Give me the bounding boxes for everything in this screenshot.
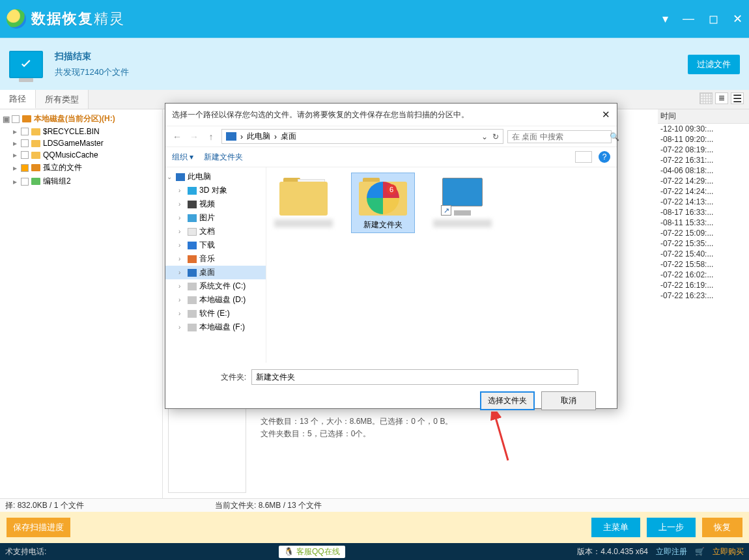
- dialog-tree: ⌄此电脑 ›3D 对象›视频›图片›文档›下载›音乐›桌面›系统文件 (C:)›…: [165, 167, 266, 363]
- dialog-search-box[interactable]: 🔍: [507, 130, 612, 143]
- dlg-tree-item[interactable]: ›软件 (E:): [165, 307, 266, 320]
- folder-field-input[interactable]: [251, 369, 578, 385]
- dialog-toolbar: 组织 ▾ 新建文件夹 ?: [165, 147, 617, 167]
- tab-all-types[interactable]: 所有类型: [36, 90, 89, 109]
- dlg-tree-item[interactable]: ›3D 对象: [165, 184, 266, 197]
- time-row[interactable]: -07-22 14:24:...: [658, 186, 749, 197]
- footer: 术支持电话: 🐧客服QQ在线 版本：4.4.0.435 x64 立即注册 🛒 立…: [0, 543, 749, 560]
- time-row[interactable]: -07-22 08:19:...: [658, 145, 749, 155]
- times-header: 时间: [658, 109, 749, 124]
- tree-item[interactable]: ▸QQMusicCache: [0, 149, 162, 161]
- status-bar-info: 择: 832.0KB / 1 个文件 当前文件夹: 8.6MB / 13 个文件: [0, 498, 749, 512]
- scan-complete-icon: [9, 51, 43, 78]
- dlg-tree-item[interactable]: ›图片: [165, 211, 266, 225]
- app-title: 数据恢复精灵: [31, 9, 125, 29]
- register-link[interactable]: 立即注册: [656, 546, 687, 557]
- file-item-folder[interactable]: [272, 173, 335, 230]
- maximize-icon[interactable]: ◻: [709, 12, 718, 26]
- time-row[interactable]: -08-17 16:33:...: [658, 207, 749, 217]
- nav-forward-icon[interactable]: →: [188, 132, 201, 142]
- file-item-new-folder[interactable]: 新建文件夹: [351, 173, 415, 233]
- cancel-button[interactable]: 取消: [541, 391, 596, 410]
- tab-path[interactable]: 路径: [0, 90, 36, 109]
- app-logo-icon: [7, 9, 26, 29]
- minimize-icon[interactable]: —: [683, 12, 694, 26]
- time-row[interactable]: -07-22 14:29:...: [658, 176, 749, 186]
- folder-field-label: 文件夹:: [175, 372, 246, 383]
- view-detail-icon[interactable]: ☰: [731, 92, 744, 104]
- time-row[interactable]: -07-22 15:35:...: [658, 238, 749, 249]
- time-row[interactable]: -07-22 14:13:...: [658, 197, 749, 207]
- time-row[interactable]: -07-22 16:02:...: [658, 270, 749, 280]
- tree-item[interactable]: ▸编辑组2: [0, 175, 162, 188]
- action-bar: 保存扫描进度 主菜单 上一步 恢复: [0, 512, 749, 543]
- current-folder-info: 当前文件夹: 8.6MB / 13 个文件: [215, 500, 322, 511]
- help-icon[interactable]: ?: [599, 151, 610, 163]
- time-row[interactable]: -07-22 16:31:...: [658, 155, 749, 165]
- scan-info: 扫描结束 共发现71240个文件: [55, 51, 129, 78]
- time-row[interactable]: -12-10 09:30:...: [658, 124, 749, 134]
- dlg-tree-item[interactable]: ›桌面: [165, 266, 266, 279]
- nav-back-icon[interactable]: ←: [171, 132, 184, 142]
- new-folder-button[interactable]: 新建文件夹: [204, 152, 243, 163]
- nav-up-icon[interactable]: ↑: [205, 132, 218, 142]
- view-grid-icon[interactable]: [700, 92, 713, 104]
- breadcrumb[interactable]: › 此电脑 › 桌面 ⌄ ↻: [221, 129, 503, 144]
- save-progress-button[interactable]: 保存扫描进度: [7, 518, 70, 537]
- scan-status: 扫描结束: [55, 51, 129, 63]
- restore-button[interactable]: 恢复: [702, 518, 742, 537]
- dialog-file-pane[interactable]: 新建文件夹 ↗: [266, 167, 617, 363]
- select-folder-button[interactable]: 选择文件夹: [480, 391, 535, 410]
- save-path-dialog: 选择一个路径以保存您勾选的文件。请勿将要恢复的文件保存在您当前扫描的分区中。 ✕…: [165, 103, 617, 409]
- time-row[interactable]: -07-22 15:40:...: [658, 249, 749, 259]
- qq-icon: 🐧: [284, 547, 294, 556]
- version-label: 版本：4.4.0.435 x64: [577, 546, 648, 557]
- time-row[interactable]: -07-22 16:23:...: [658, 290, 749, 301]
- time-row[interactable]: -04-06 08:18:...: [658, 165, 749, 176]
- qq-support-badge[interactable]: 🐧客服QQ在线: [279, 546, 345, 558]
- view-mode-dropdown[interactable]: [575, 151, 592, 163]
- organize-menu[interactable]: 组织 ▾: [172, 152, 193, 163]
- pc-icon: [226, 132, 236, 141]
- time-row[interactable]: -07-22 15:09:...: [658, 228, 749, 238]
- header-band: 扫描结束 共发现71240个文件 过滤文件: [0, 38, 749, 90]
- time-row[interactable]: -08-11 15:33:...: [658, 217, 749, 228]
- file-item-pc-shortcut[interactable]: ↗: [431, 173, 494, 230]
- view-list-icon[interactable]: ≡: [715, 92, 728, 104]
- dialog-close-icon[interactable]: ✕: [602, 109, 610, 120]
- dlg-tree-item[interactable]: ›视频: [165, 197, 266, 211]
- time-row[interactable]: -07-22 15:58:...: [658, 259, 749, 270]
- buy-link[interactable]: 立即购买: [713, 546, 744, 557]
- file-meta: 文件数目：13 个，大小：8.6MB。已选择：0 个，0 B。 文件夹数目：5，…: [261, 415, 453, 440]
- tree-root[interactable]: ▣ 本地磁盘(当前分区)(H:): [0, 112, 162, 126]
- dlg-tree-item[interactable]: ›音乐: [165, 252, 266, 266]
- dialog-title: 选择一个路径以保存您勾选的文件。请勿将要恢复的文件保存在您当前扫描的分区中。: [172, 109, 469, 120]
- cart-icon: 🛒: [695, 547, 705, 556]
- prev-button[interactable]: 上一步: [647, 518, 696, 537]
- selected-info: 择: 832.0KB / 1 个文件: [5, 500, 84, 511]
- dlg-tree-item[interactable]: ›下载: [165, 238, 266, 252]
- logo-area: 数据恢复精灵: [7, 9, 125, 29]
- times-column: 时间 -12-10 09:30:...-08-11 09:20:...-07-2…: [658, 109, 749, 498]
- dropdown-icon[interactable]: ▾: [662, 12, 668, 26]
- main-menu-button[interactable]: 主菜单: [591, 518, 640, 537]
- search-icon[interactable]: 🔍: [610, 132, 619, 141]
- dlg-tree-item[interactable]: ›本地磁盘 (D:): [165, 293, 266, 307]
- dlg-tree-item[interactable]: ›文档: [165, 225, 266, 238]
- dlg-tree-pc[interactable]: ⌄此电脑: [165, 170, 266, 184]
- scan-count: 共发现71240个文件: [55, 66, 129, 78]
- dialog-nav: ← → ↑ › 此电脑 › 桌面 ⌄ ↻ 🔍: [165, 126, 617, 147]
- tree-item[interactable]: ▸孤立的文件: [0, 161, 162, 175]
- tree-item[interactable]: ▸LDSGameMaster: [0, 137, 162, 149]
- time-row[interactable]: -07-22 16:19:...: [658, 280, 749, 290]
- dlg-tree-item[interactable]: ›系统文件 (C:): [165, 279, 266, 293]
- close-icon[interactable]: ✕: [733, 12, 742, 26]
- folder-tree: ▣ 本地磁盘(当前分区)(H:) ▸$RECYCLE.BIN ▸LDSGameM…: [0, 109, 163, 498]
- titlebar: 数据恢复精灵 ▾ — ◻ ✕: [0, 0, 749, 38]
- filter-files-button[interactable]: 过滤文件: [688, 55, 740, 74]
- support-label: 术支持电话:: [5, 546, 46, 557]
- tree-item[interactable]: ▸$RECYCLE.BIN: [0, 126, 162, 137]
- dialog-search-input[interactable]: [512, 132, 610, 141]
- dlg-tree-item[interactable]: ›本地磁盘 (F:): [165, 320, 266, 334]
- time-row[interactable]: -08-11 09:20:...: [658, 134, 749, 145]
